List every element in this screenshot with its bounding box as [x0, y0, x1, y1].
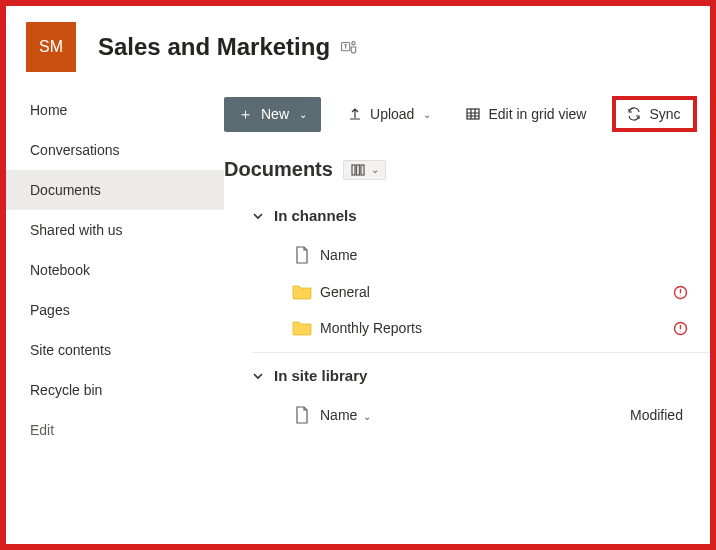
nav-label: Site contents	[30, 342, 111, 358]
section-divider	[252, 352, 710, 353]
folder-icon	[292, 320, 312, 336]
chevron-down-icon: ⌄	[423, 109, 431, 120]
svg-rect-5	[361, 165, 364, 175]
section-channels-title: In channels	[274, 207, 357, 224]
command-bar: ＋ New ⌄ Upload ⌄ Edit in grid v	[224, 90, 710, 148]
nav-label: Recycle bin	[30, 382, 102, 398]
teams-icon	[340, 38, 358, 56]
site-header: SM Sales and Marketing	[6, 6, 710, 84]
nav-documents[interactable]: Documents	[6, 170, 224, 210]
sync-icon	[626, 106, 642, 122]
site-title-text: Sales and Marketing	[98, 33, 330, 61]
nav-notebook[interactable]: Notebook	[6, 250, 224, 290]
tiles-icon	[350, 163, 366, 177]
nav-recycle[interactable]: Recycle bin	[6, 370, 224, 410]
grid-label: Edit in grid view	[488, 106, 586, 122]
library-column-header: Name ⌄ Modified	[224, 396, 710, 434]
section-library-header[interactable]: In site library	[224, 359, 710, 396]
main-content: ＋ New ⌄ Upload ⌄ Edit in grid v	[224, 84, 710, 544]
nav-label: Documents	[30, 182, 101, 198]
channels-column-header: Name	[224, 236, 710, 274]
nav-label: Conversations	[30, 142, 120, 158]
chevron-down-icon: ⌄	[371, 164, 379, 175]
page-title-row: Documents ⌄	[224, 148, 710, 199]
sync-highlight-box: Sync	[612, 96, 696, 132]
section-library-title: In site library	[274, 367, 367, 384]
site-tile: SM	[26, 22, 76, 72]
upload-label: Upload	[370, 106, 414, 122]
upload-icon	[347, 106, 363, 122]
sidebar-nav: Home Conversations Documents Shared with…	[6, 84, 224, 544]
nav-label: Notebook	[30, 262, 90, 278]
grid-icon	[465, 106, 481, 122]
nav-home[interactable]: Home	[6, 90, 224, 130]
site-tile-initials: SM	[39, 38, 63, 56]
nav-label: Home	[30, 102, 67, 118]
table-row[interactable]: General	[224, 274, 710, 310]
sync-label: Sync	[649, 106, 680, 122]
nav-shared[interactable]: Shared with us	[6, 210, 224, 250]
error-icon	[673, 321, 688, 336]
plus-icon: ＋	[238, 105, 253, 124]
view-selector[interactable]: ⌄	[343, 160, 386, 180]
row-name: Monthly Reports	[320, 320, 650, 336]
row-name: General	[320, 284, 650, 300]
error-icon	[673, 285, 688, 300]
nav-label: Pages	[30, 302, 70, 318]
doctype-icon	[295, 406, 309, 424]
folder-icon	[292, 284, 312, 300]
doctype-icon	[295, 246, 309, 264]
nav-conversations[interactable]: Conversations	[6, 130, 224, 170]
nav-edit-label: Edit	[30, 422, 54, 438]
chevron-down-icon	[252, 370, 264, 382]
page-title: Documents	[224, 158, 333, 181]
svg-rect-4	[356, 165, 359, 175]
col-name-header[interactable]: Name	[320, 247, 650, 263]
upload-button[interactable]: Upload ⌄	[339, 100, 439, 128]
new-button[interactable]: ＋ New ⌄	[224, 97, 321, 132]
svg-point-1	[352, 42, 355, 45]
sync-button[interactable]: Sync	[622, 104, 684, 124]
nav-pages[interactable]: Pages	[6, 290, 224, 330]
table-row[interactable]: Monthly Reports	[224, 310, 710, 346]
grid-view-button[interactable]: Edit in grid view	[457, 100, 594, 128]
chevron-down-icon: ⌄	[299, 109, 307, 120]
site-title: Sales and Marketing	[98, 33, 358, 61]
svg-rect-3	[352, 165, 355, 175]
svg-rect-2	[467, 109, 479, 119]
new-label: New	[261, 106, 289, 122]
nav-contents[interactable]: Site contents	[6, 330, 224, 370]
nav-label: Shared with us	[30, 222, 123, 238]
chevron-down-icon: ⌄	[363, 411, 371, 422]
col-modified-header[interactable]: Modified	[630, 407, 710, 423]
chevron-down-icon	[252, 210, 264, 222]
col-name-header[interactable]: Name ⌄	[320, 407, 630, 423]
nav-edit[interactable]: Edit	[6, 410, 224, 450]
section-channels-header[interactable]: In channels	[224, 199, 710, 236]
